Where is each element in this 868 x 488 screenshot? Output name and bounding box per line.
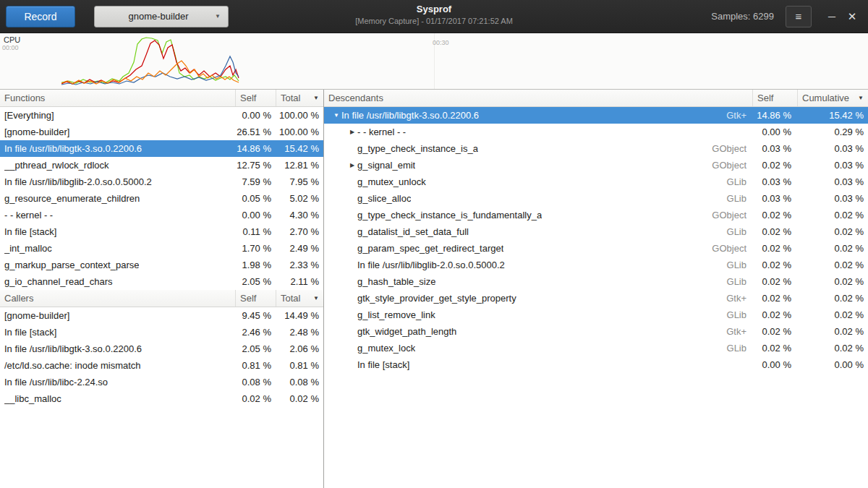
function-name: [gnome-builder] [4, 310, 69, 321]
expander-open-icon[interactable]: ▼ [331, 112, 341, 119]
descendants-table-row[interactable]: g_mutex_lockGLib0.02 %0.02 % [324, 340, 868, 356]
menu-button[interactable]: ≡ [786, 6, 812, 27]
descendants-table-row[interactable]: g_slice_allocGLib0.03 %0.03 % [324, 190, 868, 207]
total-value: 100.00 % [276, 110, 323, 121]
function-name-cell: __pthread_rwlock_rdlock [0, 160, 235, 171]
category-label: Gtk+ [719, 326, 752, 337]
self-value: 0.02 % [752, 293, 797, 304]
callers-table-row[interactable]: __libc_malloc0.02 %0.02 % [0, 390, 323, 407]
cumulative-value: 0.03 % [797, 160, 868, 171]
column-header-descendants-label: Descendants [328, 93, 383, 103]
column-header-callers-self[interactable]: Self [235, 290, 276, 307]
column-header-descendants-self[interactable]: Self [752, 90, 797, 106]
self-value: 14.86 % [752, 110, 797, 121]
record-button[interactable]: Record [6, 6, 75, 27]
descendant-name: g_list_remove_link [357, 309, 435, 320]
descendants-table-row[interactable]: ▼In file /usr/lib/libgtk-3.so.0.2200.6Gt… [324, 107, 868, 124]
functions-table-row[interactable]: _int_malloc1.70 %2.49 % [0, 240, 323, 257]
self-value: 0.03 % [752, 193, 797, 204]
expander-closed-icon[interactable]: ▶ [347, 129, 357, 135]
process-selector[interactable]: gnome-builder ▼ [94, 6, 229, 27]
functions-table-row[interactable]: In file [stack]0.11 %2.70 % [0, 223, 323, 240]
functions-table-row[interactable]: g_io_channel_read_chars2.05 %2.11 % [0, 273, 323, 290]
self-value: 0.81 % [235, 360, 276, 371]
column-header-total[interactable]: Total ▼ [276, 90, 323, 106]
column-header-total-label: Total [281, 93, 300, 103]
descendants-table-row[interactable]: g_hash_table_sizeGLib0.02 %0.02 % [324, 273, 868, 290]
function-name: [Everything] [4, 110, 54, 121]
functions-table-row[interactable]: In file /usr/lib/libglib-2.0.so.0.5000.2… [0, 174, 323, 190]
time-label-mid: 00:30 [433, 39, 449, 46]
function-name: _int_malloc [4, 243, 52, 254]
descendants-table-row[interactable]: g_param_spec_get_redirect_targetGObject0… [324, 240, 868, 257]
descendants-table-row[interactable]: In file [stack]0.00 %0.00 % [324, 356, 868, 373]
descendants-table-row[interactable]: gtk_style_provider_get_style_propertyGtk… [324, 290, 868, 307]
total-value: 0.08 % [276, 377, 323, 388]
category-label: GObject [705, 160, 752, 171]
descendant-name-cell: g_param_spec_get_redirect_targetGObject [324, 243, 752, 254]
functions-table-row[interactable]: [gnome-builder]26.51 %100.00 % [0, 124, 323, 140]
descendants-table-row[interactable]: In file /usr/lib/libglib-2.0.so.0.5000.2… [324, 257, 868, 273]
function-name: - - kernel - - [4, 210, 53, 221]
cumulative-value: 0.02 % [797, 210, 868, 221]
functions-table-row[interactable]: __pthread_rwlock_rdlock12.75 %12.81 % [0, 157, 323, 174]
total-value: 100.00 % [276, 127, 323, 137]
descendant-name: gtk_widget_path_length [357, 326, 456, 337]
column-header-functions[interactable]: Functions [0, 90, 235, 106]
functions-table-row[interactable]: g_markup_parse_context_parse1.98 %2.33 % [0, 257, 323, 273]
function-name-cell: /etc/ld.so.cache: inode mismatch [0, 360, 235, 371]
column-header-self[interactable]: Self [235, 90, 276, 106]
callers-table-row[interactable]: /etc/ld.so.cache: inode mismatch0.81 %0.… [0, 357, 323, 374]
descendant-name-cell: In file /usr/lib/libglib-2.0.so.0.5000.2… [324, 260, 752, 270]
descendant-name-cell: g_type_check_instance_is_aGObject [324, 143, 752, 154]
descendant-name: g_param_spec_get_redirect_target [357, 243, 503, 254]
functions-table-row[interactable]: In file /usr/lib/libgtk-3.so.0.2200.614.… [0, 140, 323, 157]
descendants-table-row[interactable]: ▶- - kernel - -0.00 %0.29 % [324, 124, 868, 140]
self-value: 0.02 % [752, 326, 797, 337]
total-value: 7.95 % [276, 176, 323, 187]
self-value: 0.02 % [752, 276, 797, 287]
callers-table-row[interactable]: [gnome-builder]9.45 %14.49 % [0, 307, 323, 324]
total-value: 5.02 % [276, 193, 323, 204]
functions-table-row[interactable]: [Everything]0.00 %100.00 % [0, 107, 323, 124]
cumulative-value: 0.02 % [797, 343, 868, 354]
function-name: __pthread_rwlock_rdlock [4, 160, 109, 171]
expander-closed-icon[interactable]: ▶ [347, 162, 357, 168]
descendants-table-row[interactable]: gtk_widget_path_lengthGtk+0.02 %0.02 % [324, 323, 868, 340]
descendants-table-row[interactable]: g_type_check_instance_is_aGObject0.03 %0… [324, 140, 868, 157]
descendant-name-cell: g_mutex_lockGLib [324, 343, 752, 354]
column-header-callers[interactable]: Callers [0, 290, 235, 307]
category-label: GLib [720, 260, 752, 270]
category-label: GLib [720, 226, 752, 237]
self-value: 0.11 % [235, 226, 276, 237]
close-button[interactable]: ✕ [842, 6, 862, 27]
callers-table-row[interactable]: In file /usr/lib/libc-2.24.so0.08 %0.08 … [0, 374, 323, 390]
main-split: Functions Self Total ▼ [Everything]0.00 … [0, 90, 868, 488]
descendants-table-row[interactable]: g_mutex_unlockGLib0.03 %0.03 % [324, 174, 868, 190]
functions-header-row: Functions Self Total ▼ [0, 90, 323, 107]
callers-table-row[interactable]: In file [stack]2.46 %2.48 % [0, 324, 323, 341]
time-label-start: 00:00 [2, 44, 19, 51]
descendants-table-row[interactable]: g_list_remove_linkGLib0.02 %0.02 % [324, 307, 868, 323]
self-value: 0.02 % [752, 160, 797, 171]
column-header-self-label: Self [240, 93, 256, 103]
sysprof-window: Record gnome-builder ▼ Sysprof [Memory C… [0, 0, 868, 488]
self-value: 0.02 % [752, 260, 797, 270]
category-label: GLib [720, 276, 752, 287]
self-value: 14.86 % [235, 143, 276, 154]
self-value: 0.08 % [235, 377, 276, 388]
cpu-graph[interactable]: CPU 00:00 00:30 [0, 33, 868, 90]
descendants-table-row[interactable]: g_datalist_id_set_data_fullGLib0.02 %0.0… [324, 223, 868, 240]
column-header-descendants[interactable]: Descendants [324, 90, 752, 106]
column-header-cumulative[interactable]: Cumulative ▼ [797, 90, 868, 106]
self-value: 0.00 % [752, 127, 797, 137]
column-header-callers-total[interactable]: Total ▼ [276, 290, 323, 307]
minimize-button[interactable]: ─ [822, 6, 842, 27]
descendants-table-row[interactable]: ▶g_signal_emitGObject0.02 %0.03 % [324, 157, 868, 174]
function-name: In file /usr/lib/libc-2.24.so [4, 377, 108, 388]
functions-table-row[interactable]: g_resource_enumerate_children0.05 %5.02 … [0, 190, 323, 207]
functions-table-row[interactable]: - - kernel - -0.00 %4.30 % [0, 207, 323, 223]
descendant-name: g_hash_table_size [357, 276, 435, 287]
descendants-table-row[interactable]: g_type_check_instance_is_fundamentally_a… [324, 207, 868, 223]
callers-table-row[interactable]: In file /usr/lib/libgtk-3.so.0.2200.62.0… [0, 341, 323, 357]
